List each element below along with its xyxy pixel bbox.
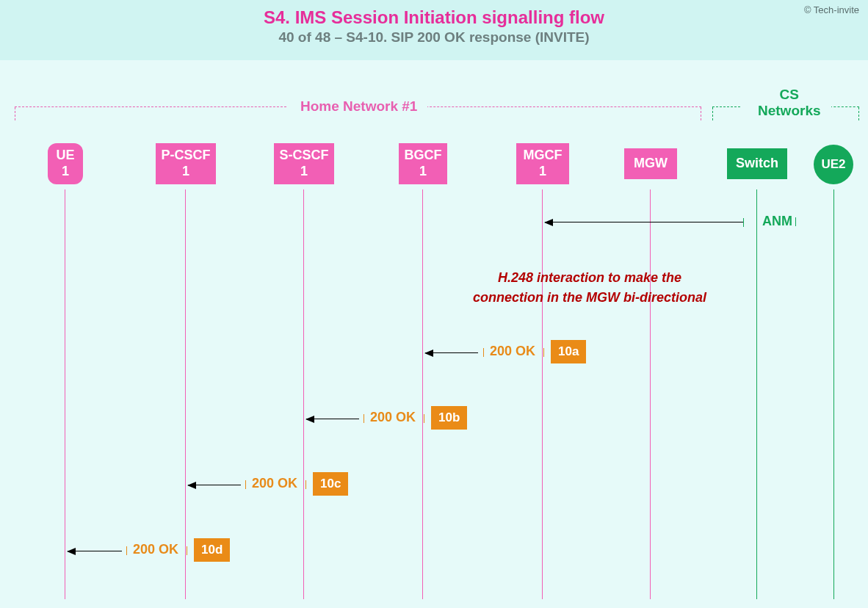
diagram-canvas: S4. IMS Session Initiation signalling fl…: [0, 0, 868, 608]
tick-10a-r: [543, 348, 544, 357]
node-ue2: UE2: [814, 145, 853, 184]
node-ue1: UE 1: [48, 143, 83, 184]
arrow-10a: [425, 352, 478, 353]
tick-10b-r: [424, 414, 424, 423]
node-pcscf: P-CSCF 1: [156, 143, 216, 184]
badge-10b: 10b: [431, 406, 467, 430]
tick-10a-l: [483, 348, 484, 357]
tick-10c-r: [305, 480, 306, 489]
bracket-home-left: [15, 106, 286, 120]
badge-10d: 10d: [194, 538, 230, 562]
tick-10c-l: [245, 480, 246, 489]
diagram-subtitle: 40 of 48 – S4-10. SIP 200 OK response (I…: [0, 29, 868, 46]
lifeline-scscf: [303, 189, 304, 599]
label-10a-ok: 200 OK: [490, 344, 535, 359]
node-bgcf: BGCF 1: [399, 143, 447, 184]
badge-10c: 10c: [313, 472, 348, 496]
lifeline-bgcf: [422, 189, 423, 599]
group-label-cs: CS Networks: [748, 87, 831, 119]
label-10c-ok: 200 OK: [252, 476, 297, 491]
label-10b-ok: 200 OK: [370, 410, 416, 425]
bracket-home-right: [408, 106, 701, 120]
node-scscf: S-CSCF 1: [274, 143, 334, 184]
tick-10d-l: [126, 546, 127, 555]
header-bar: S4. IMS Session Initiation signalling fl…: [0, 0, 868, 60]
arrow-10b: [306, 419, 359, 419]
arrow-10c: [188, 485, 241, 485]
tick-anm-right: [795, 217, 796, 226]
label-anm: ANM: [762, 214, 792, 229]
badge-10a: 10a: [551, 340, 586, 363]
arrow-anm: [545, 222, 743, 222]
node-switch: Switch: [727, 148, 787, 179]
annotation-h248: H.248 interaction to make the connection…: [457, 268, 722, 308]
bracket-cs-left: [712, 106, 740, 120]
lifeline-mgcf: [542, 189, 543, 599]
tick-10d-r: [187, 546, 187, 555]
diagram-title: S4. IMS Session Initiation signalling fl…: [0, 7, 868, 28]
lifeline-switch: [756, 189, 757, 599]
node-mgw: MGW: [624, 148, 677, 179]
label-10d-ok: 200 OK: [133, 542, 178, 557]
node-mgcf: MGCF 1: [516, 143, 569, 184]
lifeline-ue1: [65, 189, 65, 599]
lifeline-ue2: [833, 189, 834, 599]
group-label-home: Home Network #1: [290, 98, 427, 115]
lifeline-mgw: [650, 189, 651, 599]
lifeline-pcscf: [185, 189, 186, 599]
bracket-cs-right: [830, 106, 859, 120]
tick-10b-l: [364, 414, 364, 423]
copyright-text: © Tech-invite: [804, 4, 859, 15]
arrow-10d: [68, 551, 122, 551]
